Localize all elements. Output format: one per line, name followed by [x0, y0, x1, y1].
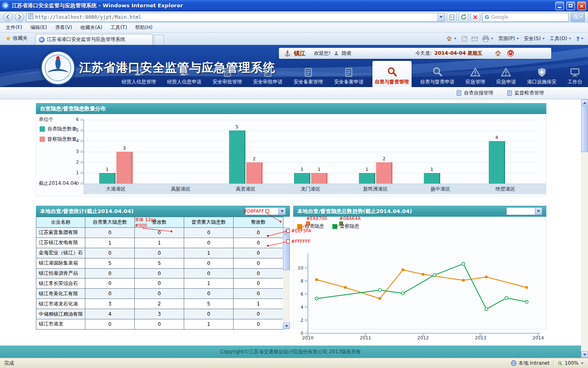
table-row[interactable]: 镇江奇美化工有限0000 [36, 289, 283, 299]
subnav-item[interactable]: 监督检查管理 [507, 90, 544, 96]
y-axis-tick [305, 293, 307, 295]
nav-item[interactable]: 工作台 [565, 65, 585, 87]
combobox-arrow[interactable] [535, 208, 542, 215]
nav-item[interactable]: 安全审批申请 [251, 65, 285, 87]
table-row[interactable]: 镇江李长荣综合石0010 [36, 278, 283, 289]
annotation-even-row-color: #FFFFFF [286, 239, 310, 244]
nav-item[interactable]: 自查与督查申请 [418, 64, 457, 87]
stop-icon: × [472, 14, 478, 20]
scroll-down-button[interactable] [581, 351, 588, 358]
menu-item[interactable]: 编辑(E) [26, 23, 51, 32]
nav-item[interactable]: 自查与督查管理 [372, 61, 412, 87]
compatibility-view-button[interactable] [447, 12, 457, 22]
print-button[interactable] [482, 36, 494, 42]
table-row[interactable]: 镇江恒泰沥青产品0000 [36, 268, 283, 278]
y-axis-label: 6 [301, 292, 303, 297]
bar-value-label: 1 [424, 167, 440, 172]
feeds-button[interactable] [461, 36, 467, 42]
intranet-globe-icon [511, 360, 517, 366]
nav-item[interactable]: 经营人信息申请 [165, 65, 204, 87]
data-point-marker [344, 286, 347, 289]
menu-item[interactable]: 文件(F) [2, 23, 26, 32]
scroll-down-button[interactable] [283, 323, 290, 329]
zoom-control[interactable]: 100% [557, 360, 584, 366]
nav-item[interactable]: 应急管理 [463, 65, 488, 87]
status-bar: 完成 本地 Intranet 100% [0, 358, 588, 368]
scroll-up-button[interactable] [581, 99, 588, 106]
user-icon [334, 51, 339, 56]
table-row[interactable]: 江苏镇江发电有限1100 [36, 238, 283, 248]
favorites-button[interactable]: ★ 收藏夹 [2, 33, 31, 43]
value-cell: 0 [135, 319, 184, 330]
table-row[interactable]: 镇江市港龙石化港3251 [36, 299, 283, 309]
nav-item[interactable]: 安全审批管理 [210, 65, 245, 87]
category-label: 扬中港区 [412, 184, 469, 193]
y-axis-label: 4 [70, 138, 79, 144]
nav-item[interactable]: 应急申请 [494, 65, 518, 87]
color-swatch [339, 222, 343, 225]
data-point-marker [485, 307, 488, 310]
url-box[interactable]: http://localhost:8080/yjpt/Main.html [26, 13, 445, 22]
menu-item[interactable]: 工具(T) [106, 23, 131, 32]
doc-icon [343, 67, 354, 78]
table-row[interactable]: 中储粮镇江粮油有限4300 [36, 309, 283, 319]
statistics-table: 企业名称自查重大隐患数整改数督查重大隐患数整改数 江苏索普集团有限0000江苏镇… [36, 217, 283, 330]
statistics-table-panel: 本地自查/督查统计(截止2014.04.04) 企业名称自查重大隐患数整改数督查… [36, 206, 290, 329]
help-button[interactable]: ? [576, 36, 584, 42]
security-zone: 本地 Intranet [511, 360, 550, 367]
data-point-marker [379, 297, 381, 300]
home-shortcut-icon[interactable] [494, 50, 502, 57]
chevron-down-icon [454, 38, 457, 40]
search-box[interactable]: G Google [482, 13, 569, 22]
y-axis-tick [305, 267, 307, 269]
combobox-arrow[interactable] [278, 208, 285, 215]
nav-item[interactable]: 港口设施保安 [525, 65, 559, 87]
table-row[interactable]: 金海宏业（镇江）石0010 [36, 248, 283, 258]
subnav-item-label: 监督检查管理 [514, 90, 544, 96]
y-axis-label: 4 [301, 305, 303, 310]
self-check-bar [489, 141, 505, 184]
nav-item[interactable]: 经营人信息管理 [119, 65, 158, 87]
menu-item[interactable]: 帮助(H) [131, 23, 156, 32]
y-axis-label: 0 [70, 181, 79, 186]
data-point-marker [433, 274, 436, 276]
nav-item[interactable]: 安全备案管理 [291, 65, 325, 87]
toolbar-text-button[interactable]: 页面(P) [498, 35, 519, 42]
main-navigation: 经营人信息管理经营人信息申请安全审批管理安全审批申请安全备案管理安全备案申请自查… [119, 60, 585, 87]
home-button[interactable] [446, 36, 457, 42]
scroll-thumb[interactable] [581, 106, 588, 152]
subnav-item[interactable]: 自查自报管理 [457, 90, 493, 96]
stop-button[interactable]: × [470, 12, 480, 22]
table-row[interactable]: 江苏索普集团有限0000 [36, 228, 283, 238]
menu-item[interactable]: 查看(V) [51, 23, 76, 32]
nav-item[interactable]: 安全备案申请 [332, 65, 366, 87]
mail-button[interactable] [472, 36, 478, 41]
color-swatch [265, 209, 269, 213]
panel-title: 本地自查/督查统计(截止2014.04.04) [40, 208, 134, 215]
maximize-button[interactable] [566, 2, 575, 10]
browser-tab[interactable]: e 江苏省港口安全监管与应急管理系统 [35, 34, 153, 45]
table-row[interactable]: 镇江港国际集装箱5500 [36, 258, 283, 268]
chevron-down-icon [491, 38, 494, 40]
toolbar-text-button[interactable]: 安全(S) [524, 35, 545, 42]
forward-button[interactable] [15, 12, 24, 22]
url-dropdown[interactable] [437, 13, 444, 21]
new-tab-button[interactable] [154, 35, 164, 45]
toolbar-text-button[interactable]: 工具(O) [550, 35, 572, 42]
favorites-bar: ★ 收藏夹 e 江苏省港口安全监管与应急管理系统 页面(P)安全(S)工具(O) [0, 33, 588, 45]
trend-filter-combobox[interactable] [506, 207, 542, 215]
page-scrollbar[interactable] [581, 99, 588, 358]
value-cell: 0 [234, 228, 283, 238]
search-button[interactable] [571, 12, 585, 22]
table-row[interactable]: 镇江市港龙0010 [36, 319, 283, 330]
logout-icon[interactable] [507, 49, 514, 57]
back-button[interactable] [3, 12, 13, 22]
close-button[interactable]: × [577, 2, 586, 10]
refresh-button[interactable] [459, 12, 468, 22]
feed-icon [461, 36, 467, 42]
y-axis-tick [80, 150, 83, 153]
value-cell: 0 [85, 319, 135, 330]
menu-item[interactable]: 收藏夹(A) [76, 23, 107, 32]
nav-item-label: 安全审批管理 [213, 79, 242, 85]
minimize-button[interactable] [555, 2, 564, 10]
